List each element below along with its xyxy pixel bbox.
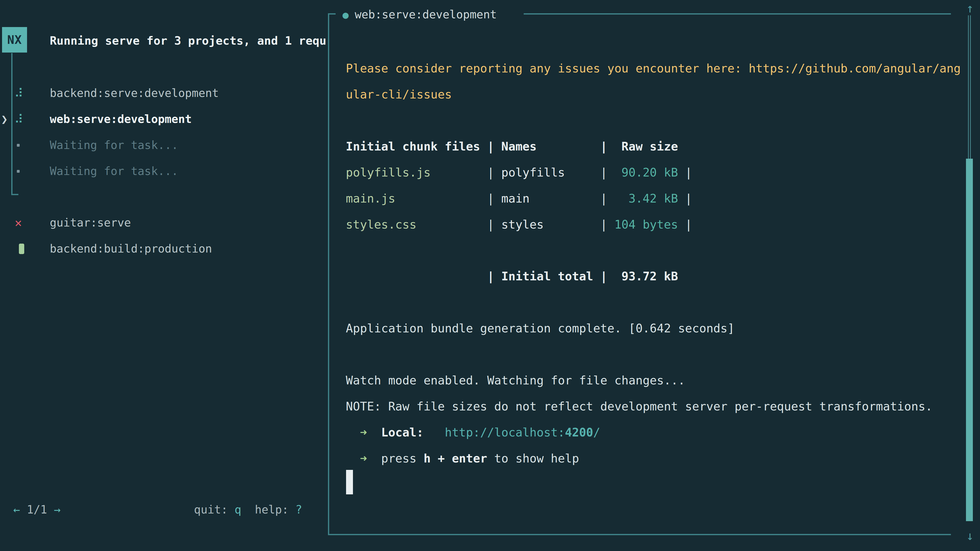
panel-title: web:serve:development bbox=[355, 8, 496, 21]
scroll-down-arrow[interactable]: ↓ bbox=[964, 528, 977, 543]
panel-border-left bbox=[328, 13, 329, 535]
chunk-name: styles bbox=[501, 217, 600, 232]
task-row-web-serve[interactable]: ❯ ⠼ web:serve:development bbox=[0, 111, 327, 127]
selected-chevron-icon: ❯ bbox=[1, 111, 8, 127]
issues-notice-line-2: ular-cli/issues bbox=[346, 87, 452, 102]
task-row-guitar-serve[interactable]: ✕ guitar:serve bbox=[0, 215, 327, 230]
issues-notice-line-1: Please consider reporting any issues you… bbox=[346, 61, 961, 76]
task-label: backend:build:production bbox=[50, 241, 212, 256]
task-label: Waiting for task... bbox=[50, 164, 178, 179]
note-line: NOTE: Raw file sizes do not reflect deve… bbox=[346, 399, 932, 414]
chunk-table-row: main.js|main|3.42 kB| bbox=[346, 191, 692, 206]
total-size: 93.72 kB bbox=[614, 268, 678, 284]
success-bar-icon bbox=[19, 244, 24, 254]
running-dot-icon: ● bbox=[342, 9, 348, 21]
arrow-right-icon: ➜ bbox=[360, 451, 367, 465]
local-label: Local: bbox=[381, 426, 423, 439]
terminal-cursor bbox=[346, 470, 353, 494]
panel-border-bottom bbox=[328, 534, 951, 535]
scrollbar-track[interactable] bbox=[968, 15, 971, 159]
pager-prev-arrow[interactable]: ← bbox=[13, 503, 20, 516]
failed-x-icon: ✕ bbox=[15, 215, 22, 230]
chunk-name: main bbox=[501, 191, 600, 206]
chunk-size: 3.42 kB bbox=[614, 191, 678, 206]
panel-header: ●web:serve:development bbox=[342, 7, 496, 22]
waiting-dot-icon bbox=[17, 170, 20, 173]
chunk-name: polyfills bbox=[501, 165, 600, 180]
chunk-table-header: Initial chunk files|Names|Raw size bbox=[346, 139, 678, 154]
task-label: backend:serve:development bbox=[50, 86, 219, 101]
localhost-link[interactable]: http://localhost:4200/ bbox=[445, 426, 600, 439]
pager: ← 1/1 → bbox=[13, 502, 60, 517]
task-row-backend-build[interactable]: backend:build:production bbox=[0, 241, 327, 256]
help-key: ? bbox=[295, 503, 302, 516]
help-keys: h + enter bbox=[424, 451, 487, 465]
sidebar-title: Running serve for 3 projects, and 1 requ bbox=[50, 33, 328, 49]
chunk-table-row: polyfills.js|polyfills|90.20 kB| bbox=[346, 165, 692, 180]
bundle-complete-line: Application bundle generation complete. … bbox=[346, 321, 735, 336]
help-hint-label: help: bbox=[255, 503, 295, 516]
waiting-dot-icon bbox=[17, 144, 20, 147]
task-row-waiting-2[interactable]: Waiting for task... bbox=[0, 164, 327, 179]
pager-page-indicator: 1/1 bbox=[27, 503, 47, 516]
panel-border-top-stub bbox=[328, 13, 336, 14]
watch-mode-line: Watch mode enabled. Watching for file ch… bbox=[346, 373, 685, 388]
help-hint-line: ➜press h + enter to show help bbox=[346, 451, 579, 466]
chunk-size: 90.20 kB bbox=[614, 165, 678, 180]
chunk-file: polyfills.js bbox=[346, 165, 487, 180]
pager-next-arrow[interactable]: → bbox=[54, 503, 61, 516]
task-row-backend-serve[interactable]: ⠼ backend:serve:development bbox=[0, 86, 327, 101]
quit-key: q bbox=[234, 503, 242, 516]
panel-border-top bbox=[524, 13, 951, 14]
chunk-table-row: styles.css|styles|104 bytes| bbox=[346, 217, 692, 232]
spinner-icon: ⠼ bbox=[14, 86, 23, 101]
chunk-file: main.js bbox=[346, 191, 487, 206]
chunk-file: styles.css bbox=[346, 217, 487, 232]
scrollbar-thumb[interactable] bbox=[966, 159, 973, 521]
local-url-line: ➜Local:http://localhost:4200/ bbox=[346, 425, 600, 440]
task-row-waiting-1[interactable]: Waiting for task... bbox=[0, 138, 327, 153]
chunk-table-total-row: |Initial total|93.72 kB bbox=[346, 268, 678, 284]
quit-hint-label: quit: bbox=[194, 503, 234, 516]
total-label: Initial total bbox=[501, 268, 600, 284]
scroll-up-arrow[interactable]: ↑ bbox=[964, 0, 977, 16]
nx-logo: NX bbox=[2, 27, 27, 52]
arrow-right-icon: ➜ bbox=[360, 426, 367, 439]
task-label-selected: web:serve:development bbox=[50, 111, 192, 127]
spinner-icon: ⠼ bbox=[14, 111, 23, 127]
task-label: guitar:serve bbox=[50, 215, 131, 230]
keyboard-hints: quit: q help: ? bbox=[194, 502, 302, 517]
chunk-size: 104 bytes bbox=[614, 217, 678, 232]
task-label: Waiting for task... bbox=[50, 138, 178, 153]
